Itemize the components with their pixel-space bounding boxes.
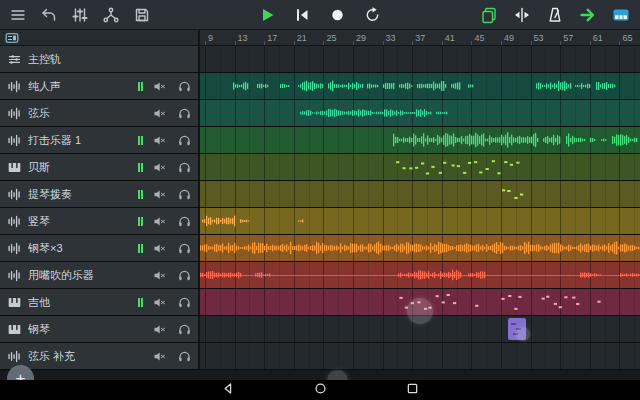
audio-clip[interactable] (575, 77, 592, 95)
tracklist-icon[interactable] (5, 31, 19, 45)
nav-back-button[interactable] (221, 381, 236, 400)
forward-arrow-icon[interactable] (579, 6, 597, 24)
solo-button[interactable] (175, 268, 194, 283)
track-header[interactable]: 贝斯 (0, 154, 200, 180)
audio-clip[interactable] (393, 131, 539, 149)
audio-clip[interactable] (417, 77, 447, 95)
track-lane[interactable] (200, 73, 640, 99)
mute-button[interactable] (150, 214, 169, 229)
solo-button[interactable] (175, 106, 194, 121)
audio-clip[interactable] (536, 77, 572, 95)
solo-button[interactable] (175, 160, 194, 175)
audio-clip[interactable] (367, 77, 380, 95)
track-lane[interactable] (200, 262, 640, 288)
track-lane[interactable] (200, 181, 640, 207)
midi-notes-clip[interactable] (540, 293, 584, 311)
audio-clip[interactable] (436, 104, 448, 122)
track-header[interactable]: 钢琴×3 (0, 235, 200, 261)
mute-button[interactable] (150, 106, 169, 121)
audio-clip[interactable] (383, 77, 396, 95)
track-lane[interactable] (200, 100, 640, 126)
track-header[interactable]: 竖琴 (0, 208, 200, 234)
mute-button[interactable] (150, 268, 169, 283)
undo-icon[interactable] (40, 6, 58, 24)
audio-clip[interactable] (620, 266, 640, 284)
audio-clip[interactable] (240, 212, 251, 230)
audio-clip[interactable] (590, 131, 597, 149)
midi-notes-clip[interactable] (595, 293, 603, 311)
track-lane[interactable] (200, 127, 640, 153)
track-lane[interactable] (200, 154, 640, 180)
trim-icon[interactable] (513, 6, 531, 24)
audio-clip[interactable] (255, 266, 271, 284)
midi-notes-clip[interactable] (398, 293, 460, 311)
mute-button[interactable] (150, 79, 169, 94)
audio-clip[interactable] (398, 266, 462, 284)
midi-notes-clip[interactable] (395, 158, 521, 176)
track-lane[interactable] (200, 208, 640, 234)
track-header[interactable]: 吉他 (0, 289, 200, 315)
skip-start-icon[interactable] (294, 6, 312, 24)
solo-button[interactable] (175, 79, 194, 94)
solo-button[interactable] (175, 349, 194, 364)
metronome-icon[interactable] (546, 6, 564, 24)
track-header[interactable]: 纯人声 (0, 73, 200, 99)
audio-clip[interactable] (468, 77, 475, 95)
audio-clip[interactable] (543, 131, 562, 149)
record-icon[interactable] (329, 6, 347, 24)
track-lane[interactable] (200, 343, 640, 369)
track-header[interactable]: 提琴拨奏 (0, 181, 200, 207)
audio-clip[interactable] (300, 104, 432, 122)
audio-clip[interactable] (298, 77, 324, 95)
audio-clip[interactable] (202, 212, 236, 230)
audio-clip[interactable] (601, 131, 607, 149)
loop-icon[interactable] (364, 6, 382, 24)
routing-icon[interactable] (102, 6, 120, 24)
mute-button[interactable] (150, 160, 169, 175)
midi-notes-clip[interactable] (475, 293, 485, 311)
track-header[interactable]: 弦乐 (0, 100, 200, 126)
keyboard-icon[interactable] (612, 6, 630, 24)
mute-button[interactable] (150, 322, 169, 337)
audio-clip[interactable] (566, 131, 586, 149)
mute-button[interactable] (150, 133, 169, 148)
track-lane[interactable] (200, 316, 640, 342)
nav-home-button[interactable] (313, 381, 328, 400)
audio-clip[interactable] (580, 266, 602, 284)
audio-clip[interactable] (280, 77, 290, 95)
midi-clip[interactable] (508, 318, 526, 340)
solo-button[interactable] (175, 214, 194, 229)
midi-notes-clip[interactable] (500, 293, 526, 311)
audio-clip[interactable] (468, 266, 486, 284)
mute-button[interactable] (150, 349, 169, 364)
audio-clip[interactable] (200, 239, 640, 257)
copy-icon[interactable] (480, 6, 498, 24)
track-header[interactable]: 钢琴 (0, 316, 200, 342)
audio-clip[interactable] (233, 77, 249, 95)
audio-clip[interactable] (596, 77, 616, 95)
audio-clip[interactable] (257, 77, 270, 95)
solo-button[interactable] (175, 133, 194, 148)
menu-icon[interactable] (9, 6, 27, 24)
track-lane[interactable] (200, 235, 640, 261)
mute-button[interactable] (150, 241, 169, 256)
audio-clip[interactable] (451, 77, 462, 95)
solo-button[interactable] (175, 187, 194, 202)
solo-button[interactable] (175, 295, 194, 310)
track-header[interactable]: 用嘴吹的乐器 (0, 262, 200, 288)
play-icon[interactable] (259, 6, 277, 24)
mute-button[interactable] (150, 187, 169, 202)
mixer-icon[interactable] (71, 6, 89, 24)
audio-clip[interactable] (399, 77, 413, 95)
mute-button[interactable] (150, 295, 169, 310)
track-header[interactable]: 主控轨 (0, 46, 200, 72)
solo-button[interactable] (175, 241, 194, 256)
track-lane[interactable] (200, 289, 640, 315)
audio-clip[interactable] (612, 131, 638, 149)
midi-notes-clip[interactable] (500, 185, 524, 203)
track-header[interactable]: 打击乐器 1 (0, 127, 200, 153)
audio-clip[interactable] (298, 212, 305, 230)
audio-clip[interactable] (328, 77, 364, 95)
timeline-ruler[interactable]: 91317212529333741454953576165 (200, 30, 640, 46)
nav-recents-button[interactable] (405, 381, 420, 400)
